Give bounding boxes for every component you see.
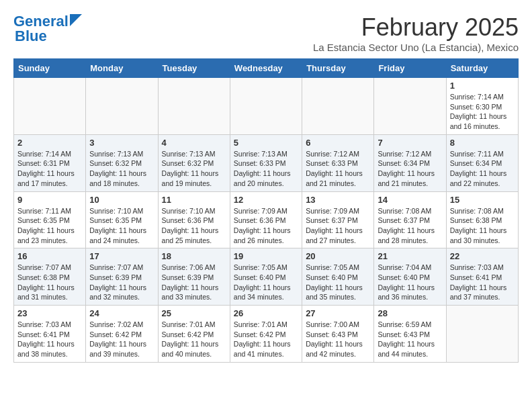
- day-number: 18: [162, 251, 226, 261]
- table-row: 1Sunrise: 7:14 AM Sunset: 6:30 PM Daylig…: [446, 78, 518, 135]
- table-row: 5Sunrise: 7:13 AM Sunset: 6:33 PM Daylig…: [230, 134, 302, 191]
- day-number: 8: [450, 138, 515, 148]
- day-info: Sunrise: 7:10 AM Sunset: 6:35 PM Dayligh…: [89, 206, 154, 246]
- table-row: 27Sunrise: 7:00 AM Sunset: 6:43 PM Dayli…: [302, 306, 374, 363]
- table-row: 23Sunrise: 7:03 AM Sunset: 6:41 PM Dayli…: [14, 306, 86, 363]
- table-row: 15Sunrise: 7:08 AM Sunset: 6:38 PM Dayli…: [446, 191, 518, 248]
- table-row: 2Sunrise: 7:14 AM Sunset: 6:31 PM Daylig…: [14, 134, 86, 191]
- day-info: Sunrise: 7:01 AM Sunset: 6:42 PM Dayligh…: [234, 320, 298, 359]
- day-info: Sunrise: 6:59 AM Sunset: 6:43 PM Dayligh…: [378, 320, 442, 359]
- day-number: 26: [234, 308, 298, 318]
- day-number: 11: [162, 195, 226, 205]
- logo-arrow-icon: [70, 14, 82, 26]
- day-number: 1: [450, 81, 515, 91]
- day-info: Sunrise: 7:01 AM Sunset: 6:42 PM Dayligh…: [162, 320, 226, 359]
- header-tuesday: Tuesday: [158, 59, 230, 78]
- day-info: Sunrise: 7:02 AM Sunset: 6:42 PM Dayligh…: [89, 320, 154, 359]
- calendar-week-row: 9Sunrise: 7:11 AM Sunset: 6:35 PM Daylig…: [14, 191, 519, 248]
- svg-marker-0: [70, 14, 82, 26]
- day-number: 25: [162, 308, 226, 318]
- table-row: 21Sunrise: 7:04 AM Sunset: 6:40 PM Dayli…: [374, 248, 446, 306]
- day-number: 22: [450, 251, 515, 261]
- day-info: Sunrise: 7:05 AM Sunset: 6:40 PM Dayligh…: [306, 263, 370, 302]
- table-row: 24Sunrise: 7:02 AM Sunset: 6:42 PM Dayli…: [86, 306, 158, 363]
- table-row: 9Sunrise: 7:11 AM Sunset: 6:35 PM Daylig…: [14, 191, 86, 248]
- calendar-week-row: 2Sunrise: 7:14 AM Sunset: 6:31 PM Daylig…: [14, 134, 519, 191]
- table-row: 10Sunrise: 7:10 AM Sunset: 6:35 PM Dayli…: [86, 191, 158, 248]
- day-number: 24: [89, 308, 154, 318]
- calendar: Sunday Monday Tuesday Wednesday Thursday…: [13, 58, 519, 363]
- month-title: February 2025: [313, 13, 519, 42]
- day-number: 7: [378, 138, 442, 148]
- day-info: Sunrise: 7:03 AM Sunset: 6:41 PM Dayligh…: [17, 320, 82, 359]
- day-number: 27: [306, 308, 370, 318]
- location-title: La Estancia Sector Uno (La Estancia), Me…: [313, 42, 519, 53]
- title-area: February 2025 La Estancia Sector Uno (La…: [313, 13, 519, 53]
- day-info: Sunrise: 7:09 AM Sunset: 6:36 PM Dayligh…: [234, 206, 298, 246]
- table-row: 25Sunrise: 7:01 AM Sunset: 6:42 PM Dayli…: [158, 306, 230, 363]
- day-number: 20: [306, 251, 370, 261]
- day-number: 2: [17, 138, 82, 148]
- table-row: [446, 306, 518, 363]
- day-number: 12: [234, 195, 298, 205]
- table-row: [86, 78, 158, 135]
- day-number: 3: [89, 138, 154, 148]
- day-info: Sunrise: 7:12 AM Sunset: 6:33 PM Dayligh…: [306, 149, 370, 189]
- calendar-header-row: Sunday Monday Tuesday Wednesday Thursday…: [14, 59, 519, 78]
- day-info: Sunrise: 7:11 AM Sunset: 6:35 PM Dayligh…: [17, 206, 82, 246]
- day-number: 15: [450, 195, 515, 205]
- header-wednesday: Wednesday: [230, 59, 302, 78]
- day-number: 9: [17, 195, 82, 205]
- day-number: 6: [306, 138, 370, 148]
- day-info: Sunrise: 7:13 AM Sunset: 6:33 PM Dayligh…: [234, 149, 298, 189]
- day-number: 28: [378, 308, 442, 318]
- day-number: 14: [378, 195, 442, 205]
- day-number: 4: [162, 138, 226, 148]
- day-info: Sunrise: 7:08 AM Sunset: 6:37 PM Dayligh…: [378, 206, 442, 246]
- table-row: [230, 78, 302, 135]
- header-monday: Monday: [86, 59, 158, 78]
- day-number: 5: [234, 138, 298, 148]
- day-info: Sunrise: 7:11 AM Sunset: 6:34 PM Dayligh…: [450, 149, 515, 189]
- table-row: 16Sunrise: 7:07 AM Sunset: 6:38 PM Dayli…: [14, 248, 86, 306]
- day-info: Sunrise: 7:13 AM Sunset: 6:32 PM Dayligh…: [162, 149, 226, 189]
- day-info: Sunrise: 7:03 AM Sunset: 6:41 PM Dayligh…: [450, 263, 515, 302]
- day-number: 13: [306, 195, 370, 205]
- day-info: Sunrise: 7:00 AM Sunset: 6:43 PM Dayligh…: [306, 320, 370, 359]
- logo-blue-text: Blue: [15, 28, 47, 44]
- header-friday: Friday: [374, 59, 446, 78]
- day-info: Sunrise: 7:06 AM Sunset: 6:39 PM Dayligh…: [162, 263, 226, 302]
- day-info: Sunrise: 7:14 AM Sunset: 6:31 PM Dayligh…: [17, 149, 82, 189]
- table-row: [158, 78, 230, 135]
- day-number: 21: [378, 251, 442, 261]
- day-number: 16: [17, 251, 82, 261]
- table-row: [302, 78, 374, 135]
- table-row: 7Sunrise: 7:12 AM Sunset: 6:34 PM Daylig…: [374, 134, 446, 191]
- table-row: [374, 78, 446, 135]
- day-info: Sunrise: 7:07 AM Sunset: 6:38 PM Dayligh…: [17, 263, 82, 302]
- header-saturday: Saturday: [446, 59, 518, 78]
- table-row: 18Sunrise: 7:06 AM Sunset: 6:39 PM Dayli…: [158, 248, 230, 306]
- day-info: Sunrise: 7:14 AM Sunset: 6:30 PM Dayligh…: [450, 92, 515, 132]
- day-info: Sunrise: 7:12 AM Sunset: 6:34 PM Dayligh…: [378, 149, 442, 189]
- day-info: Sunrise: 7:05 AM Sunset: 6:40 PM Dayligh…: [234, 263, 298, 302]
- day-info: Sunrise: 7:07 AM Sunset: 6:39 PM Dayligh…: [89, 263, 154, 302]
- table-row: 28Sunrise: 6:59 AM Sunset: 6:43 PM Dayli…: [374, 306, 446, 363]
- table-row: [14, 78, 86, 135]
- day-info: Sunrise: 7:09 AM Sunset: 6:37 PM Dayligh…: [306, 206, 370, 246]
- table-row: 12Sunrise: 7:09 AM Sunset: 6:36 PM Dayli…: [230, 191, 302, 248]
- table-row: 8Sunrise: 7:11 AM Sunset: 6:34 PM Daylig…: [446, 134, 518, 191]
- table-row: 19Sunrise: 7:05 AM Sunset: 6:40 PM Dayli…: [230, 248, 302, 306]
- day-number: 10: [89, 195, 154, 205]
- day-number: 19: [234, 251, 298, 261]
- table-row: 22Sunrise: 7:03 AM Sunset: 6:41 PM Dayli…: [446, 248, 518, 306]
- table-row: 6Sunrise: 7:12 AM Sunset: 6:33 PM Daylig…: [302, 134, 374, 191]
- table-row: 20Sunrise: 7:05 AM Sunset: 6:40 PM Dayli…: [302, 248, 374, 306]
- table-row: 3Sunrise: 7:13 AM Sunset: 6:32 PM Daylig…: [86, 134, 158, 191]
- header: General Blue February 2025 La Estancia S…: [13, 13, 519, 53]
- calendar-week-row: 16Sunrise: 7:07 AM Sunset: 6:38 PM Dayli…: [14, 248, 519, 306]
- table-row: 13Sunrise: 7:09 AM Sunset: 6:37 PM Dayli…: [302, 191, 374, 248]
- table-row: 14Sunrise: 7:08 AM Sunset: 6:37 PM Dayli…: [374, 191, 446, 248]
- logo: General Blue: [13, 13, 82, 44]
- table-row: 26Sunrise: 7:01 AM Sunset: 6:42 PM Dayli…: [230, 306, 302, 363]
